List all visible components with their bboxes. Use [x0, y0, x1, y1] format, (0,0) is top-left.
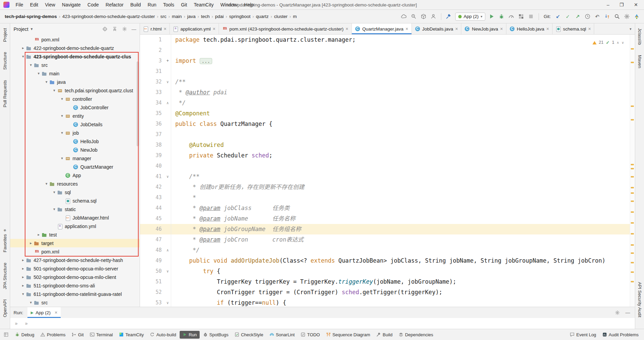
- stripe-tab-jclasslib[interactable]: Jclasslib: [637, 28, 642, 45]
- error-stripe-mark[interactable]: [631, 192, 634, 194]
- editor-tab-newjob-java[interactable]: NewJob.java×: [461, 23, 506, 34]
- panel-settings-icon[interactable]: [122, 26, 127, 32]
- chevron-collapsed-icon[interactable]: ▸: [20, 266, 26, 271]
- services-button[interactable]: [518, 13, 525, 20]
- error-stripe-mark[interactable]: [631, 244, 634, 246]
- tree-row-entity[interactable]: ▾entity: [10, 112, 140, 120]
- stripe-tab-pull-requests[interactable]: Pull Requests: [2, 80, 7, 107]
- hide-panel-icon[interactable]: —: [625, 310, 630, 315]
- git-update-button[interactable]: ↙: [555, 13, 561, 20]
- chevron-expanded-icon[interactable]: ▾: [43, 80, 49, 84]
- editor-tab-quartzmanager-java[interactable]: QuartzManager.java×: [352, 23, 412, 34]
- tree-row-511-springboot-demo-sms-ali[interactable]: ▸511-springboot-demo-sms-ali: [10, 281, 140, 290]
- error-stripe-mark[interactable]: [631, 211, 634, 213]
- chevron-collapsed-icon[interactable]: ▸: [20, 258, 26, 262]
- tree-row-manager[interactable]: ▾manager: [10, 154, 140, 163]
- breadcrumb-item[interactable]: quartz: [255, 14, 269, 19]
- breadcrumb-item[interactable]: src: [160, 14, 167, 19]
- tree-row-pom-xml[interactable]: pom.xml: [10, 35, 140, 44]
- fold-marker[interactable]: ∨: [164, 77, 171, 87]
- chevron-expanded-icon[interactable]: ▾: [59, 131, 65, 135]
- tree-row-hellojob[interactable]: HelloJob: [10, 137, 140, 146]
- chevron-expanded-icon[interactable]: ▾: [59, 114, 65, 118]
- menu-refactor[interactable]: Refactor: [102, 0, 127, 10]
- close-icon[interactable]: ×: [405, 26, 408, 32]
- statusbar-item-todo[interactable]: TODO: [298, 331, 322, 339]
- stripe-tab-structure[interactable]: Structure: [2, 52, 7, 70]
- breadcrumb-item[interactable]: pdai: [214, 14, 224, 19]
- tree-row-427-springboot-demo-schedule-netty-hash[interactable]: ▸427-springboot-demo-schedule-netty-hash: [10, 256, 140, 264]
- collapse-all-button[interactable]: [112, 26, 117, 32]
- close-icon[interactable]: ×: [164, 26, 166, 32]
- close-icon[interactable]: ×: [546, 26, 549, 32]
- git-history-button[interactable]: [584, 13, 591, 20]
- prev-warning-icon[interactable]: ∧: [617, 37, 619, 48]
- tree-row-app[interactable]: App: [10, 171, 140, 180]
- close-icon[interactable]: ×: [455, 26, 458, 32]
- chevron-expanded-icon[interactable]: ▾: [51, 190, 57, 194]
- breadcrumb-item[interactable]: cluster: [274, 14, 288, 19]
- tree-row-schema-sql[interactable]: schema.sql: [10, 196, 140, 205]
- breadcrumb-item[interactable]: m: [292, 14, 297, 19]
- tree-row-src[interactable]: ▾src: [10, 61, 140, 69]
- search-everywhere-button[interactable]: [613, 13, 620, 20]
- inspect-icon[interactable]: [410, 13, 417, 20]
- sync-commits-icon[interactable]: [604, 13, 610, 20]
- menu-edit[interactable]: Edit: [27, 0, 42, 10]
- menu-navigate[interactable]: Navigate: [59, 0, 84, 10]
- error-stripe-mark[interactable]: [631, 281, 634, 282]
- error-stripe-mark[interactable]: [631, 271, 634, 273]
- run-button[interactable]: [488, 13, 495, 20]
- plugin-icon[interactable]: [633, 13, 640, 20]
- minimize-button[interactable]: –: [607, 2, 609, 7]
- error-stripe-mark[interactable]: [631, 201, 634, 202]
- tree-row-src[interactable]: ▾src: [10, 298, 140, 307]
- run-settings-icon[interactable]: [614, 309, 621, 316]
- breadcrumb-item[interactable]: 423-springboot-demo-schedule-quartz-clus…: [62, 14, 156, 19]
- project-panel-title[interactable]: Project: [14, 26, 28, 32]
- statusbar-item-build[interactable]: Build: [374, 331, 395, 339]
- tree-row-test[interactable]: ▸test: [10, 230, 140, 239]
- breadcrumb-item[interactable]: java: [186, 14, 196, 19]
- chevron-expanded-icon[interactable]: ▾: [59, 156, 65, 160]
- overflow-actions-icon[interactable]: »: [15, 321, 18, 326]
- tree-row-jobmanager-html[interactable]: JobManager.html: [10, 213, 140, 222]
- editor-tab-jobdetails-java[interactable]: JobDetails.java×: [412, 23, 462, 34]
- hidden-tabs-icon[interactable]: ▾: [629, 27, 631, 31]
- chevron-expanded-icon[interactable]: ▾: [20, 292, 26, 296]
- tree-row-422-springboot-demo-schedule-quartz[interactable]: ▸422-springboot-demo-schedule-quartz: [10, 44, 140, 52]
- fold-marker[interactable]: ∧: [164, 245, 171, 256]
- tree-row-application-yml[interactable]: application.yml: [10, 222, 140, 230]
- error-stripe-mark[interactable]: [631, 119, 634, 120]
- editor-tab-application-yml[interactable]: application.yml×: [170, 23, 219, 34]
- editor-tab-r-html[interactable]: r.html×: [140, 23, 170, 34]
- close-icon[interactable]: ×: [55, 310, 57, 315]
- chevron-expanded-icon[interactable]: ▾: [43, 182, 49, 186]
- tree-row-tech-pdai-springboot-quartz-clust[interactable]: ▾tech.pdai.springboot.quartz.clust: [10, 86, 140, 95]
- tree-row-static[interactable]: ▾static: [10, 205, 140, 213]
- breadcrumb-item[interactable]: tech-pdai-spring-demos: [4, 14, 58, 19]
- tree-row-sql[interactable]: ▾sql: [10, 188, 140, 196]
- debug-button[interactable]: [498, 13, 505, 20]
- menu-tools[interactable]: Tools: [160, 0, 178, 10]
- tree-row-611-springboot-demo-ratelimit-guava-ratel[interactable]: ▾611-springboot-demo-ratelimit-guava-rat…: [10, 290, 140, 298]
- error-stripe-mark[interactable]: [631, 62, 634, 63]
- build-hammer-icon[interactable]: [445, 13, 452, 20]
- breadcrumb-item[interactable]: springboot: [228, 14, 251, 19]
- stripe-tab-jpa-structure[interactable]: JPA Structure: [2, 263, 7, 289]
- tree-row-jobdetails[interactable]: JobDetails: [10, 120, 140, 129]
- close-icon[interactable]: ×: [588, 26, 591, 32]
- project-tree-scrollbar[interactable]: [137, 61, 139, 146]
- locate-file-button[interactable]: [102, 26, 107, 32]
- chevron-expanded-icon[interactable]: ▾: [59, 97, 65, 101]
- user-icon[interactable]: [430, 13, 437, 20]
- run-tab[interactable]: ▶ App (2) ×: [27, 307, 61, 318]
- chevron-down-icon[interactable]: ▼: [30, 27, 34, 31]
- error-stripe-mark[interactable]: [631, 48, 634, 50]
- chevron-expanded-icon[interactable]: ▾: [28, 300, 34, 305]
- fold-marker[interactable]: ∨: [164, 171, 171, 182]
- hide-panel-icon[interactable]: —: [132, 26, 136, 32]
- statusbar-item-event-log[interactable]: Event Log: [567, 331, 599, 339]
- statusbar-item-problems[interactable]: Problems: [38, 331, 68, 339]
- menu-teamcity[interactable]: TeamCity: [190, 0, 217, 10]
